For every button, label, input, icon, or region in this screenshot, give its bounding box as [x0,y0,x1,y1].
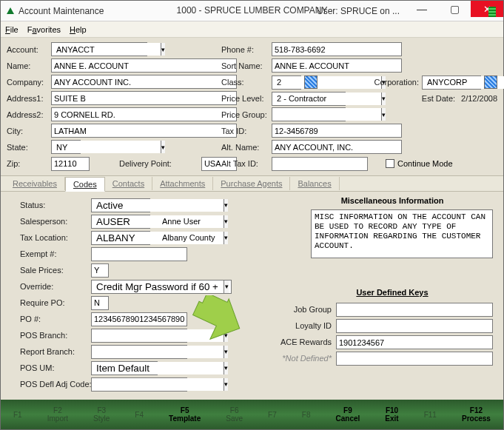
salesperson-field[interactable]: ▾ [91,215,150,229]
posum-input[interactable] [94,362,224,374]
loyalty-id-input[interactable] [336,319,493,333]
window-title-left: Account Maintenance [19,6,104,16]
tab-purchase-agents[interactable]: Purchase Agents [213,177,290,190]
chevron-down-icon[interactable]: ▾ [224,329,228,342]
f1-key[interactable]: F1 [13,411,22,419]
chevron-down-icon[interactable]: ▾ [224,232,228,244]
pricegroup-field[interactable]: ▾ [272,107,346,121]
city-label: City: [7,124,48,138]
address2-input[interactable] [51,107,237,121]
address1-label: Address1: [7,91,48,106]
company-label: Company: [7,75,48,90]
f12-key[interactable]: F12Process [462,406,491,423]
f9-key[interactable]: F9Cancel [336,406,360,423]
reportbranch-field[interactable]: ▾ [91,345,187,359]
phone-input[interactable] [272,42,402,56]
pricelevel-field[interactable]: ▾ [272,92,346,106]
tab-contacts[interactable]: Contacts [105,177,152,190]
f6-key[interactable]: F6Save [226,406,243,423]
name-input[interactable] [51,58,237,73]
taxid-label: Tax ID: [221,124,269,138]
maximize-button[interactable]: ▢ [438,1,471,17]
reportbranch-input[interactable] [94,346,224,358]
f10-key[interactable]: F10Exit [385,406,398,423]
posdefl-input[interactable] [94,378,224,391]
chevron-down-icon[interactable]: ▾ [161,141,165,153]
ace-rewards-input[interactable] [336,335,493,349]
override-label: Override: [20,279,88,294]
status-field[interactable]: ▾ [91,198,150,212]
posdefl-field[interactable]: ▾ [91,377,187,392]
account-input[interactable] [54,43,161,56]
f2-key[interactable]: F2Import [47,406,68,423]
pricegroup-input[interactable] [275,108,381,121]
pricelevel-input[interactable] [275,93,381,105]
f7-key[interactable]: F7 [268,411,277,419]
chevron-down-icon[interactable]: ▾ [224,199,228,212]
chevron-down-icon[interactable]: ▾ [161,43,165,56]
posbranch-input[interactable] [94,329,224,342]
f8-key[interactable]: F8 [302,411,311,419]
alttaxid-input[interactable] [272,157,368,171]
f5-key[interactable]: F5Template [169,406,201,423]
chevron-down-icon[interactable]: ▾ [224,280,229,293]
address1-input[interactable] [51,91,237,105]
user-defined-keys-title: User Defined Keys [311,288,474,297]
job-group-input[interactable] [336,303,493,317]
corporation-label: Corporation: [374,75,419,90]
chevron-down-icon[interactable]: ▾ [224,215,228,228]
corporation-lookup-icon[interactable] [484,75,497,89]
f4-key[interactable]: F4 [135,411,144,419]
minimize-button[interactable]: — [406,1,438,17]
tab-attachments[interactable]: Attachments [152,177,213,190]
city-input[interactable] [51,124,237,138]
posbranch-field[interactable]: ▾ [91,329,187,343]
state-field[interactable]: ▾ [51,140,81,154]
tab-balances[interactable]: Balances [290,177,339,190]
override-field[interactable]: ▾ [91,280,232,294]
f3-key[interactable]: F3Style [93,406,110,423]
altname-label: Alt. Name: [221,140,269,155]
pricelevel-label: Price Level: [221,91,269,106]
titlebar: Account Maintenance 1000 - SPRUCE LUMBER… [1,1,503,21]
account-label: Account: [7,42,48,57]
menu-help[interactable]: Help [70,25,87,34]
chevron-down-icon[interactable]: ▾ [381,93,386,105]
class-input[interactable] [275,76,381,89]
requirepo-input[interactable] [91,296,109,310]
class-lookup-icon[interactable] [304,75,317,89]
continue-mode-checkbox[interactable]: Continue Mode [386,159,453,168]
exempt-input[interactable] [91,247,187,261]
not-defined-label: *Not Defined* [271,352,332,366]
taxlocation-label: Tax Location: [20,230,88,245]
tab-codes[interactable]: Codes [65,177,105,192]
chevron-down-icon[interactable]: ▾ [224,362,228,374]
menu-file[interactable]: File [5,25,19,34]
corporation-field[interactable]: ▾ [422,75,481,90]
misc-info-textarea[interactable]: MISC INFORMATION ON THE ACCOUNT CAN BE U… [311,209,493,258]
override-input[interactable] [94,280,224,293]
account-field[interactable]: ▾ [51,42,147,56]
status-input[interactable] [94,199,224,212]
saleprices-input[interactable] [91,263,109,278]
posum-field[interactable]: ▾ [91,361,158,375]
state-input[interactable] [54,141,161,153]
chevron-down-icon[interactable]: ▾ [224,378,228,391]
close-button[interactable]: ✕ [471,1,503,17]
sortname-input[interactable] [272,58,402,73]
taxlocation-field[interactable]: ▾ [91,231,150,245]
f11-key[interactable]: F11 [424,411,437,419]
menu-favorites[interactable]: Favorites [27,25,61,34]
chevron-down-icon[interactable]: ▾ [224,346,228,358]
class-field[interactable]: ▾ [272,75,301,90]
company-input[interactable] [51,75,237,89]
tab-receivables[interactable]: Receivables [5,177,65,190]
taxid-input[interactable] [272,124,402,138]
pono-input[interactable] [91,312,187,326]
job-group-label: Job Group [271,303,332,317]
not-defined-input[interactable] [336,352,493,366]
salesperson-input[interactable] [94,215,224,228]
zip-input[interactable] [51,157,90,171]
altname-input[interactable] [272,140,402,154]
chevron-down-icon[interactable]: ▾ [381,108,386,121]
